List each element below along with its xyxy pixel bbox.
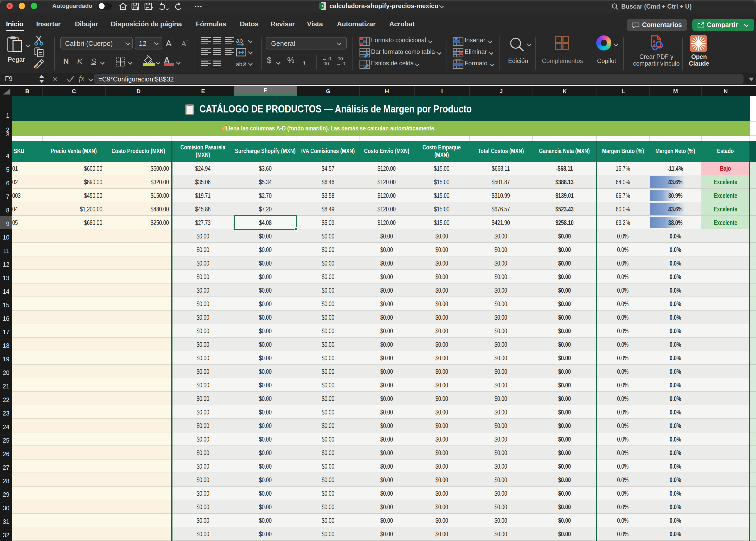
svg-text:ab: ab [236, 61, 242, 67]
svg-text:X: X [321, 4, 324, 8]
svg-text:A: A [652, 40, 655, 44]
